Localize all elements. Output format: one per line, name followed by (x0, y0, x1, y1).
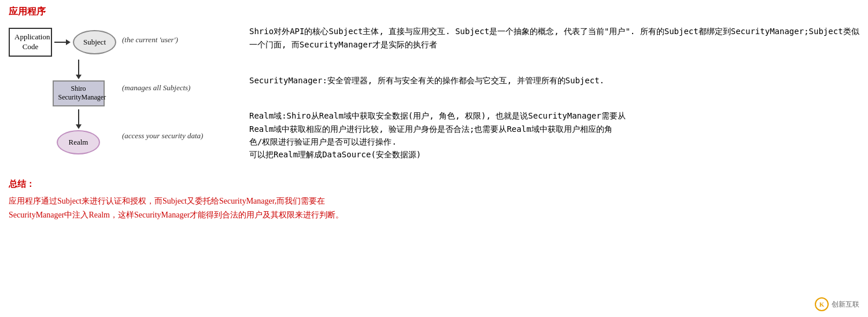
summary-section: 总结： 应用程序通过Subject来进行认证和授权，而Subject又委托给Se… (9, 179, 859, 222)
subject-ellipse: Subject (73, 30, 116, 54)
arrow-down-security (78, 109, 79, 126)
realm-desc-line2: Realm域中获取相应的用户进行比较, 验证用户身份是否合法;也需要从Realm… (249, 123, 859, 135)
watermark-text: 创新互联 (832, 300, 859, 309)
security-annotation: (manages all Subjects) (122, 83, 190, 93)
labels-column: (the current 'user') (manages all Subjec… (122, 28, 238, 148)
app-code-box: ApplicationCode (9, 28, 52, 57)
watermark: K 创新互联 (815, 297, 859, 311)
realm-label: Realm (69, 138, 88, 147)
subject-desc-text: Shrio对外API的核心Subject主体, 直接与应用交互. Subject… (249, 27, 859, 49)
subject-label: Subject (83, 38, 106, 47)
realm-ellipse: Realm (57, 130, 100, 154)
security-manager-label: ShiroSecurityManager (58, 84, 106, 102)
subject-annotation: (the current 'user') (122, 35, 178, 45)
watermark-icon: K (815, 297, 829, 311)
security-desc-text: SecurityManager:安全管理器, 所有与安全有关的操作都会与它交互,… (249, 76, 604, 85)
subject-description: Shrio对外API的核心Subject主体, 直接与应用交互. Subject… (249, 25, 859, 52)
realm-annotation: (access your security data) (122, 131, 203, 141)
diagram-area: ApplicationCode Subject ShiroSecurityMan… (9, 28, 116, 154)
security-description: SecurityManager:安全管理器, 所有与安全有关的操作都会与它交互,… (249, 74, 859, 87)
arrowhead-right (66, 39, 71, 45)
app-code-label: ApplicationCode (14, 32, 50, 51)
page-title: 应用程序 (9, 6, 859, 18)
arrow-down-subject (78, 60, 79, 76)
realm-desc-line1: Realm域:Shiro从Realm域中获取安全数据(用户, 角色, 权限), … (249, 109, 859, 122)
realm-description: Realm域:Shiro从Realm域中获取安全数据(用户, 角色, 权限), … (249, 109, 859, 161)
security-manager-box: ShiroSecurityManager (53, 80, 105, 106)
descriptions-column: Shrio对外API的核心Subject主体, 直接与应用交互. Subject… (238, 25, 859, 167)
realm-desc-line3: 色/权限进行验证用户是否可以进行操作. (249, 135, 859, 148)
realm-desc-line4: 可以把Realm理解成DataSource(安全数据源) (249, 148, 859, 161)
summary-text: 应用程序通过Subject来进行认证和授权，而Subject又委托给Securi… (9, 194, 859, 222)
arrow-line-horizontal (54, 42, 66, 43)
summary-title: 总结： (9, 179, 859, 190)
